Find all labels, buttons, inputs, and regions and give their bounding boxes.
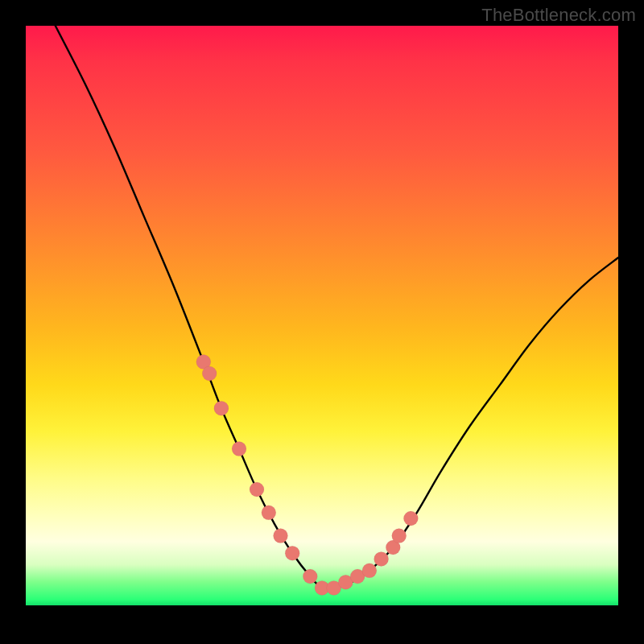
bead-point bbox=[403, 511, 418, 526]
bead-point bbox=[262, 506, 276, 520]
bead-point bbox=[202, 366, 217, 381]
bead-point bbox=[392, 529, 407, 543]
bottleneck-curve bbox=[56, 26, 618, 589]
bead-point bbox=[232, 442, 246, 456]
bead-point bbox=[374, 551, 389, 566]
bead-point bbox=[250, 482, 264, 497]
plot-area bbox=[26, 26, 618, 605]
bead-point bbox=[285, 546, 299, 560]
bead-point bbox=[214, 401, 229, 415]
bead-point bbox=[362, 564, 377, 578]
bead-point bbox=[303, 569, 317, 584]
chart-frame: TheBottleneck.com bbox=[0, 0, 644, 644]
bead-layer bbox=[196, 355, 419, 596]
bead-point bbox=[274, 529, 288, 543]
watermark-text: TheBottleneck.com bbox=[481, 5, 636, 26]
curve-layer bbox=[26, 26, 618, 605]
